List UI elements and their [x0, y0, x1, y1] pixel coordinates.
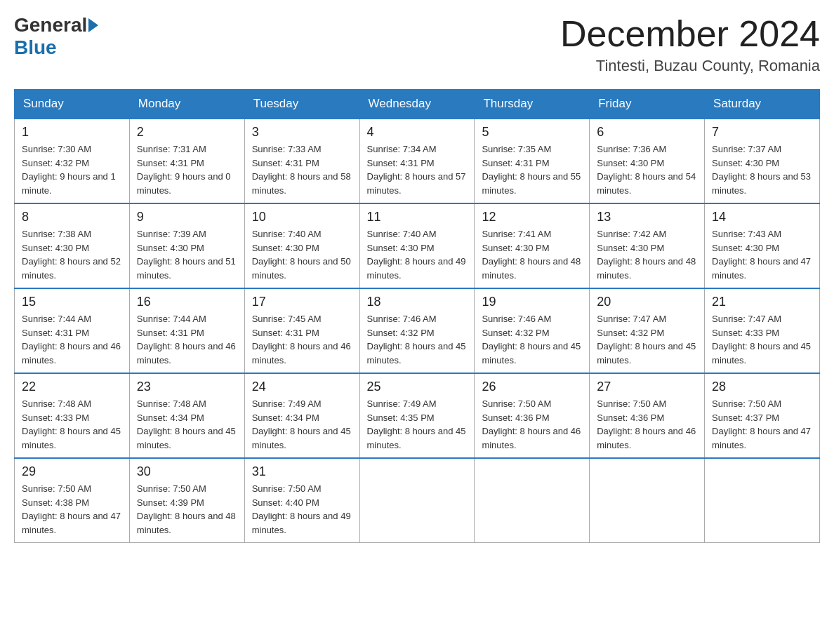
location: Tintesti, Buzau County, Romania	[560, 57, 820, 75]
day-number: 3	[252, 125, 352, 140]
sunrise-label: Sunrise: 7:47 AM	[597, 314, 666, 324]
daylight-label: Daylight: 8 hours and 45 minutes.	[597, 341, 696, 365]
day-info: Sunrise: 7:34 AM Sunset: 4:31 PM Dayligh…	[367, 142, 468, 197]
sunrise-label: Sunrise: 7:49 AM	[367, 398, 437, 409]
table-row: 5 Sunrise: 7:35 AM Sunset: 4:31 PM Dayli…	[475, 119, 590, 203]
day-number: 28	[712, 380, 812, 394]
daylight-label: Daylight: 8 hours and 46 minutes.	[482, 426, 581, 450]
sunrise-label: Sunrise: 7:38 AM	[22, 229, 91, 239]
sunrise-label: Sunrise: 7:50 AM	[137, 483, 206, 494]
day-number: 10	[252, 210, 352, 224]
sunrise-label: Sunrise: 7:48 AM	[137, 398, 206, 409]
day-info: Sunrise: 7:44 AM Sunset: 4:31 PM Dayligh…	[137, 312, 237, 367]
sunrise-label: Sunrise: 7:44 AM	[22, 314, 91, 324]
table-row: 18 Sunrise: 7:46 AM Sunset: 4:32 PM Dayl…	[359, 288, 475, 373]
daylight-label: Daylight: 8 hours and 45 minutes.	[482, 341, 581, 365]
sunset-label: Sunset: 4:36 PM	[597, 412, 664, 423]
sunrise-label: Sunrise: 7:45 AM	[252, 314, 322, 324]
sunset-label: Sunset: 4:30 PM	[22, 243, 89, 253]
logo: General Blue	[14, 14, 100, 59]
daylight-label: Daylight: 8 hours and 52 minutes.	[22, 256, 121, 281]
table-row: 29 Sunrise: 7:50 AM Sunset: 4:38 PM Dayl…	[15, 458, 130, 543]
sunrise-label: Sunrise: 7:46 AM	[482, 314, 551, 324]
day-number: 9	[137, 210, 237, 224]
day-number: 6	[597, 125, 697, 140]
logo-general: General	[14, 14, 87, 36]
day-info: Sunrise: 7:46 AM Sunset: 4:32 PM Dayligh…	[367, 312, 468, 367]
sunrise-label: Sunrise: 7:36 AM	[597, 144, 666, 154]
table-row	[475, 458, 590, 543]
sunset-label: Sunset: 4:32 PM	[482, 328, 549, 338]
day-number: 11	[367, 210, 468, 224]
table-row: 20 Sunrise: 7:47 AM Sunset: 4:32 PM Dayl…	[590, 288, 705, 373]
sunrise-label: Sunrise: 7:31 AM	[137, 144, 206, 154]
table-row: 3 Sunrise: 7:33 AM Sunset: 4:31 PM Dayli…	[244, 119, 359, 203]
table-row: 15 Sunrise: 7:44 AM Sunset: 4:31 PM Dayl…	[15, 288, 130, 373]
daylight-label: Daylight: 8 hours and 50 minutes.	[252, 256, 351, 281]
day-number: 20	[597, 295, 697, 309]
day-info: Sunrise: 7:39 AM Sunset: 4:30 PM Dayligh…	[137, 227, 237, 282]
week-row-5: 29 Sunrise: 7:50 AM Sunset: 4:38 PM Dayl…	[15, 458, 820, 543]
month-title: December 2024	[560, 14, 820, 54]
day-info: Sunrise: 7:40 AM Sunset: 4:30 PM Dayligh…	[252, 227, 352, 282]
sunset-label: Sunset: 4:32 PM	[22, 158, 89, 168]
sunset-label: Sunset: 4:31 PM	[22, 328, 89, 338]
sunset-label: Sunset: 4:31 PM	[137, 158, 204, 168]
sunset-label: Sunset: 4:30 PM	[597, 243, 664, 253]
table-row: 2 Sunrise: 7:31 AM Sunset: 4:31 PM Dayli…	[129, 119, 244, 203]
sunset-label: Sunset: 4:39 PM	[137, 497, 204, 508]
sunset-label: Sunset: 4:33 PM	[712, 328, 779, 338]
sunrise-label: Sunrise: 7:34 AM	[367, 144, 437, 154]
col-sunday: Sunday	[15, 90, 130, 119]
sunrise-label: Sunrise: 7:40 AM	[367, 229, 437, 239]
sunset-label: Sunset: 4:37 PM	[712, 412, 779, 423]
daylight-label: Daylight: 8 hours and 45 minutes.	[712, 341, 811, 365]
table-row	[590, 458, 705, 543]
day-info: Sunrise: 7:36 AM Sunset: 4:30 PM Dayligh…	[597, 142, 697, 197]
day-number: 1	[22, 125, 122, 140]
table-row: 9 Sunrise: 7:39 AM Sunset: 4:30 PM Dayli…	[129, 203, 244, 288]
day-number: 2	[137, 125, 237, 140]
week-row-4: 22 Sunrise: 7:48 AM Sunset: 4:33 PM Dayl…	[15, 373, 820, 458]
col-monday: Monday	[129, 90, 244, 119]
table-row	[359, 458, 475, 543]
title-section: December 2024 Tintesti, Buzau County, Ro…	[560, 14, 820, 75]
daylight-label: Daylight: 8 hours and 46 minutes.	[597, 426, 696, 450]
table-row: 27 Sunrise: 7:50 AM Sunset: 4:36 PM Dayl…	[590, 373, 705, 458]
table-row: 7 Sunrise: 7:37 AM Sunset: 4:30 PM Dayli…	[705, 119, 820, 203]
day-info: Sunrise: 7:49 AM Sunset: 4:35 PM Dayligh…	[367, 397, 468, 452]
sunset-label: Sunset: 4:31 PM	[252, 328, 319, 338]
day-info: Sunrise: 7:41 AM Sunset: 4:30 PM Dayligh…	[482, 227, 582, 282]
sunrise-label: Sunrise: 7:30 AM	[22, 144, 91, 154]
day-info: Sunrise: 7:50 AM Sunset: 4:38 PM Dayligh…	[22, 482, 122, 537]
page-header: General Blue December 2024 Tintesti, Buz…	[14, 14, 820, 75]
day-info: Sunrise: 7:37 AM Sunset: 4:30 PM Dayligh…	[712, 142, 812, 197]
day-number: 24	[252, 380, 352, 394]
table-row: 12 Sunrise: 7:41 AM Sunset: 4:30 PM Dayl…	[475, 203, 590, 288]
day-info: Sunrise: 7:49 AM Sunset: 4:34 PM Dayligh…	[252, 397, 352, 452]
logo-arrow-icon	[88, 18, 98, 32]
day-number: 27	[597, 380, 697, 394]
daylight-label: Daylight: 8 hours and 46 minutes.	[252, 341, 351, 365]
sunset-label: Sunset: 4:31 PM	[482, 158, 549, 168]
sunrise-label: Sunrise: 7:43 AM	[712, 229, 781, 239]
day-number: 21	[712, 295, 812, 309]
week-row-2: 8 Sunrise: 7:38 AM Sunset: 4:30 PM Dayli…	[15, 203, 820, 288]
day-number: 29	[22, 464, 122, 479]
sunset-label: Sunset: 4:34 PM	[252, 412, 319, 423]
day-info: Sunrise: 7:47 AM Sunset: 4:33 PM Dayligh…	[712, 312, 812, 367]
sunrise-label: Sunrise: 7:33 AM	[252, 144, 322, 154]
col-thursday: Thursday	[475, 90, 590, 119]
col-wednesday: Wednesday	[359, 90, 475, 119]
sunset-label: Sunset: 4:34 PM	[137, 412, 204, 423]
day-number: 13	[597, 210, 697, 224]
day-number: 23	[137, 380, 237, 394]
day-info: Sunrise: 7:50 AM Sunset: 4:36 PM Dayligh…	[597, 397, 697, 452]
sunrise-label: Sunrise: 7:50 AM	[712, 398, 781, 409]
day-number: 17	[252, 295, 352, 309]
table-row: 14 Sunrise: 7:43 AM Sunset: 4:30 PM Dayl…	[705, 203, 820, 288]
sunset-label: Sunset: 4:33 PM	[22, 412, 89, 423]
daylight-label: Daylight: 8 hours and 46 minutes.	[137, 341, 236, 365]
day-number: 12	[482, 210, 582, 224]
day-info: Sunrise: 7:50 AM Sunset: 4:36 PM Dayligh…	[482, 397, 582, 452]
